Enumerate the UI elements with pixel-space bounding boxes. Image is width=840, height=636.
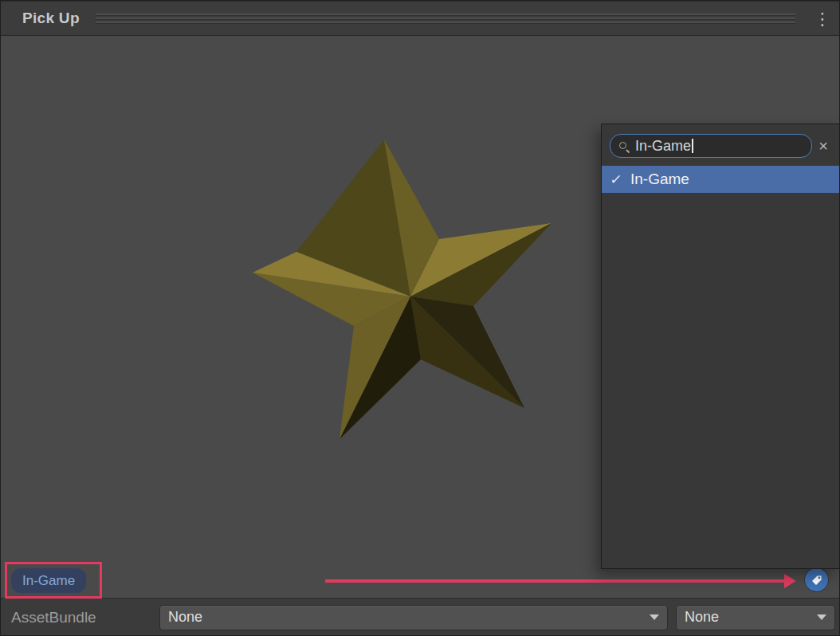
text-caret (692, 139, 693, 153)
chevron-down-icon (650, 614, 659, 620)
label-search-row: In-Game × (610, 134, 834, 158)
search-icon (618, 140, 630, 152)
close-icon[interactable]: × (812, 134, 834, 158)
check-icon: ✓ (601, 171, 632, 188)
assetbundle-name-value: None (168, 609, 202, 626)
asset-label-chip-text: In-Game (22, 573, 75, 589)
label-search-input[interactable]: In-Game (610, 134, 812, 158)
assetbundle-name-dropdown[interactable]: None (159, 605, 668, 630)
search-query-text: In-Game (635, 138, 691, 155)
preview-title: Pick Up (22, 10, 80, 27)
annotation-arrow-line (325, 579, 786, 583)
assetbundle-variant-dropdown[interactable]: None (676, 605, 835, 630)
assetbundle-bar: AssetBundle None None (0, 598, 840, 636)
chevron-down-icon (817, 614, 826, 620)
tag-icon (811, 574, 823, 587)
asset-labels-button[interactable] (805, 568, 828, 591)
drag-handle[interactable] (96, 14, 795, 24)
asset-label-chip[interactable]: In-Game (11, 568, 86, 593)
assetbundle-label: AssetBundle (11, 609, 159, 626)
preview-header: Pick Up ⋮ (0, 0, 840, 36)
kebab-menu-icon[interactable]: ⋮ (811, 1, 834, 37)
assetbundle-variant-value: None (685, 609, 719, 626)
label-item-text: In-Game (630, 171, 689, 188)
label-list: ✓ In-Game (602, 166, 839, 193)
label-list-item-in-game[interactable]: ✓ In-Game (602, 166, 839, 193)
annotation-arrow-head (784, 574, 796, 588)
preview-canvas[interactable]: In-Game × ✓ In-Game In-Game (0, 36, 840, 598)
asset-label-popup: In-Game × ✓ In-Game (601, 124, 840, 569)
